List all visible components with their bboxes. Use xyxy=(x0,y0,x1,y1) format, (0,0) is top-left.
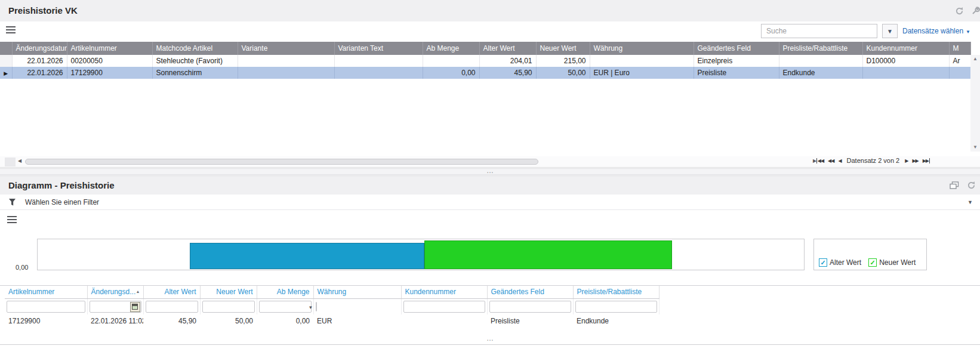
filter-dropdown-button[interactable]: ▼ xyxy=(882,24,898,38)
column-header[interactable]: Kundennummer xyxy=(401,286,487,298)
legend-item-neuer-wert: ✓ Neuer Wert xyxy=(868,258,916,267)
legend-label: Neuer Wert xyxy=(879,258,916,267)
column-header-sorted[interactable]: Änderungsd...▲ xyxy=(87,286,143,298)
column-header[interactable]: M xyxy=(949,42,970,55)
column-header[interactable]: Artikelnummer xyxy=(5,286,87,298)
pager-label: Datensatz 2 von 2 xyxy=(846,157,901,164)
bar-neuer-wert xyxy=(424,240,672,269)
price-history-grid: Änderungsdatum Artikelnummer Matchcode A… xyxy=(0,42,971,79)
chart-panel-title: Diagramm - Preishistorie xyxy=(0,180,115,190)
prev-page-button[interactable]: ◀◀ xyxy=(828,158,834,163)
scrollbar-thumb[interactable] xyxy=(25,159,538,165)
column-header[interactable]: Matchcode Artikel xyxy=(152,42,238,55)
scroll-up-icon[interactable]: ▲ xyxy=(970,55,980,63)
chart-panel-titlebar: Diagramm - Preishistorie xyxy=(0,175,980,195)
table-row-selected[interactable]: ▶ 22.01.2026 17129900 Sonnenschirm 0,00 … xyxy=(0,67,970,79)
next-page-button[interactable]: ▶▶ xyxy=(912,158,918,163)
chart-data-grid-wrap: Artikelnummer Änderungsd...▲ Alter Wert … xyxy=(0,285,980,326)
top-panel-titlebar: Preishistorie VK xyxy=(0,0,980,21)
scrollbar-corner xyxy=(5,158,16,166)
grid2-header-row: Artikelnummer Änderungsd...▲ Alter Wert … xyxy=(5,286,659,298)
popout-windows-icon[interactable] xyxy=(949,180,960,191)
prev-record-button[interactable]: ◀ xyxy=(838,158,841,163)
select-records-button[interactable]: Datensätze wählen▼ xyxy=(902,27,970,35)
record-pager: ◀◀ ◀◀ ◀ Datensatz 2 von 2 ▶ ▶▶ ▶▶ xyxy=(816,157,930,164)
funnel-filter-icon xyxy=(8,198,17,206)
checkbox-checked-icon[interactable]: ✓ xyxy=(819,258,827,267)
selected-row-arrow-icon: ▶ xyxy=(4,70,8,76)
chevron-down-icon[interactable]: ▼ xyxy=(967,199,973,205)
refresh-icon[interactable] xyxy=(966,180,976,191)
column-header[interactable]: Änderungsdatum xyxy=(12,42,67,55)
column-header[interactable]: Varianten Text xyxy=(334,42,423,55)
scroll-left-icon[interactable]: ◀ xyxy=(18,158,21,163)
wrench-icon[interactable] xyxy=(970,5,980,16)
chart-legend: ✓ Alter Wert ✓ Neuer Wert xyxy=(813,239,927,270)
chart-filter-bar[interactable]: Wählen Sie einen Filter ▼ xyxy=(0,195,980,210)
filter-select-waehrung[interactable]: ▼ xyxy=(316,302,317,311)
first-record-button[interactable]: ◀◀ xyxy=(816,158,824,163)
column-header[interactable]: Variante xyxy=(238,42,334,55)
column-header[interactable]: Währung xyxy=(590,42,694,55)
checkbox-checked-icon[interactable]: ✓ xyxy=(868,258,877,267)
legend-item-alter-wert: ✓ Alter Wert xyxy=(819,258,861,267)
grid-header-row: Änderungsdatum Artikelnummer Matchcode A… xyxy=(0,42,970,55)
search-input[interactable] xyxy=(761,24,877,38)
triangle-down-icon: ▼ xyxy=(887,28,893,35)
filter-input-geaendertes-feld[interactable] xyxy=(489,301,571,313)
column-header[interactable]: Alter Wert xyxy=(479,42,536,55)
refresh-icon[interactable] xyxy=(954,5,964,16)
filter-input-ab-menge[interactable] xyxy=(259,301,312,313)
vertical-scrollbar[interactable]: ▲ ▼ xyxy=(970,55,980,152)
panel-splitter[interactable]: … xyxy=(0,168,980,175)
filter-input-preisliste[interactable] xyxy=(575,301,657,313)
filter-placeholder-label: Wählen Sie einen Filter xyxy=(25,198,99,206)
filter-input-neuer-wert[interactable] xyxy=(202,301,255,313)
chevron-down-icon: ▼ xyxy=(966,29,970,35)
column-header[interactable]: Ab Menge xyxy=(423,42,479,55)
column-header[interactable]: Artikelnummer xyxy=(67,42,152,55)
bottom-divider xyxy=(0,344,980,345)
column-header[interactable]: Geändertes Feld xyxy=(694,42,779,55)
column-header[interactable]: Kundennummer xyxy=(862,42,949,55)
bar-chart-plot-area xyxy=(37,239,805,270)
legend-label: Alter Wert xyxy=(830,258,861,267)
page-title: Preishistorie VK xyxy=(0,5,78,16)
column-header[interactable]: Ab Menge xyxy=(257,286,313,298)
column-header[interactable]: Geändertes Feld xyxy=(487,286,573,298)
scroll-down-icon[interactable]: ▼ xyxy=(970,143,980,152)
column-header[interactable]: Alter Wert xyxy=(143,286,200,298)
table-row[interactable]: 17129900 22.01.2026 11:02:3 45,90 50,00 … xyxy=(5,314,659,326)
top-toolbar: ▼ Datensätze wählen▼ xyxy=(0,21,980,41)
y-axis-zero-label: 0,00 xyxy=(16,264,28,271)
splitter-grip: … xyxy=(486,334,494,343)
column-header[interactable]: Preisliste/Rabattliste xyxy=(573,286,659,298)
chart-menu-icon[interactable] xyxy=(7,216,17,223)
chart-data-grid: Artikelnummer Änderungsd...▲ Alter Wert … xyxy=(5,286,660,326)
filter-input-alter-wert[interactable] xyxy=(146,301,198,313)
column-header[interactable]: Neuer Wert xyxy=(536,42,590,55)
splitter-grip: … xyxy=(486,166,494,175)
last-record-button[interactable]: ▶▶ xyxy=(923,158,930,163)
column-header[interactable]: Preisliste/Rabattliste xyxy=(779,42,862,55)
chevron-down-icon: ▼ xyxy=(309,305,313,310)
filter-input-kundennummer[interactable] xyxy=(403,301,485,313)
row-indicator-cell xyxy=(0,55,12,67)
sort-asc-icon: ▲ xyxy=(136,289,140,294)
row-indicator-cell: ▶ xyxy=(0,67,12,79)
column-header[interactable]: Währung xyxy=(313,286,401,298)
table-row[interactable]: 22.01.2026 00200050 Stehleuchte (Favorit… xyxy=(0,55,970,67)
bar-alter-wert xyxy=(190,243,424,269)
horizontal-scrollbar[interactable] xyxy=(25,159,808,165)
panel-splitter[interactable]: … xyxy=(0,337,980,343)
calendar-icon[interactable] xyxy=(130,302,140,312)
menu-icon[interactable] xyxy=(6,26,16,33)
grid2-filter-row: ▼ xyxy=(5,298,659,314)
next-record-button[interactable]: ▶ xyxy=(905,158,908,163)
row-indicator-header xyxy=(0,42,12,55)
column-header[interactable]: Neuer Wert xyxy=(200,286,257,298)
filter-input-artikelnummer[interactable] xyxy=(7,301,85,313)
